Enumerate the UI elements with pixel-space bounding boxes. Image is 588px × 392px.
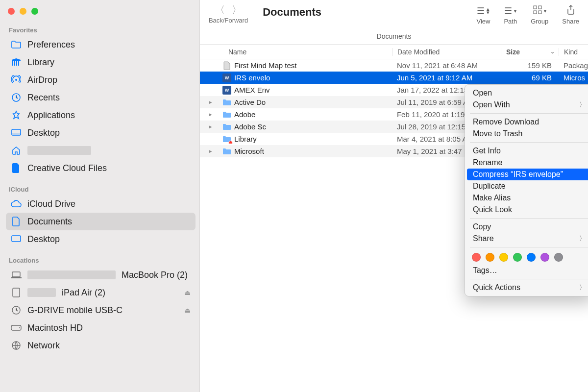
tag-color[interactable] <box>486 253 494 262</box>
sidebar-item-creative-cloud[interactable]: Creative Cloud Files <box>6 159 196 177</box>
svg-rect-6 <box>11 277 22 278</box>
sidebar-item-label: MacBook Pro (2) <box>122 270 188 280</box>
disk-icon <box>11 322 22 333</box>
laptop-icon <box>11 270 22 280</box>
column-kind[interactable]: Kind <box>559 48 588 56</box>
menu-separator <box>470 279 588 279</box>
file-row[interactable]: First Mind Map testNov 11, 2021 at 6:48 … <box>200 59 588 72</box>
menu-compress[interactable]: Compress “IRS envelope” <box>467 169 588 180</box>
menu-share[interactable]: Share〉 <box>465 233 588 245</box>
eject-icon[interactable]: ⏏ <box>184 289 191 296</box>
sidebar-item-gdrive[interactable]: G-DRIVE mobile USB-C ⏏ <box>6 301 196 319</box>
menu-open-with[interactable]: Open With〉 <box>465 99 588 111</box>
menu-move-to-trash[interactable]: Move to Trash <box>465 128 588 140</box>
sidebar-item-recents[interactable]: Recents <box>6 89 196 106</box>
sidebar-item-label: Network <box>27 341 60 351</box>
svg-rect-7 <box>13 288 20 297</box>
sidebar-item-label: Documents <box>27 217 72 227</box>
svg-rect-14 <box>534 11 537 14</box>
menu-duplicate[interactable]: Duplicate <box>465 180 588 192</box>
toolbar-label: View <box>476 18 490 25</box>
home-icon <box>11 145 22 156</box>
tag-color[interactable] <box>499 253 508 262</box>
toolbar-path-button[interactable]: ☰▾ Path <box>504 5 517 25</box>
document-icon <box>11 216 22 227</box>
disclosure-triangle-icon[interactable]: ▸ <box>208 148 214 154</box>
minimize-window-button[interactable] <box>20 8 26 15</box>
sidebar-item-airdrop[interactable]: AirDrop <box>6 71 196 89</box>
window-title: Documents <box>263 6 321 19</box>
menu-copy[interactable]: Copy <box>465 221 588 233</box>
sidebar-item-desktop-icloud[interactable]: Desktop <box>6 230 196 248</box>
redacted-text <box>27 146 91 155</box>
disclosure-triangle-icon[interactable]: ▸ <box>208 99 214 105</box>
tag-color[interactable] <box>554 253 563 262</box>
menu-tags[interactable]: Tags… <box>465 265 588 276</box>
sidebar-item-ipad[interactable]: iPad Air (2) ⏏ <box>6 284 196 301</box>
sidebar-item-preferences[interactable]: Preferences <box>6 36 196 53</box>
disclosure-triangle-icon[interactable]: ▸ <box>208 111 214 118</box>
sidebar-item-label: Library <box>27 57 54 68</box>
menu-quick-actions[interactable]: Quick Actions〉 <box>465 282 588 294</box>
sidebar-item-home[interactable] <box>6 142 196 159</box>
toolbar-view-button[interactable]: ☰▴▾ View <box>476 5 490 25</box>
sidebar-item-library[interactable]: Library <box>6 53 196 71</box>
applications-icon <box>11 110 22 121</box>
forward-icon[interactable]: 〉 <box>232 5 242 15</box>
word-doc-icon: W <box>222 74 231 82</box>
svg-rect-15 <box>539 11 541 14</box>
desktop-icon <box>11 234 22 245</box>
sidebar-item-macbook[interactable]: MacBook Pro (2) <box>6 266 196 284</box>
close-window-button[interactable] <box>8 8 15 15</box>
sidebar-item-label: iCloud Drive <box>27 199 75 209</box>
cloud-icon <box>11 198 22 209</box>
toolbar-group-button[interactable]: ▾ Group <box>531 5 548 25</box>
column-date-modified[interactable]: Date Modified <box>392 48 501 56</box>
sidebar-item-label: iPad Air (2) <box>62 288 105 298</box>
menu-tag-colors <box>465 250 588 265</box>
folder-icon <box>222 98 231 107</box>
sidebar-item-label: Macintosh HD <box>27 323 83 333</box>
sidebar-item-icloud-drive[interactable]: iCloud Drive <box>6 195 196 213</box>
folder-icon <box>222 135 231 144</box>
menu-remove-download[interactable]: Remove Download <box>465 116 588 128</box>
chevron-right-icon: 〉 <box>579 234 586 243</box>
menu-open[interactable]: Open <box>465 87 588 99</box>
toolbar-share-button[interactable]: Share <box>562 5 579 25</box>
disclosure-triangle-icon[interactable]: ▸ <box>208 123 214 130</box>
eject-icon[interactable]: ⏏ <box>184 306 191 314</box>
zoom-window-button[interactable] <box>31 8 38 15</box>
sidebar-item-label: Recents <box>27 93 60 103</box>
folder-icon <box>11 39 22 50</box>
sidebar-item-label: Creative Cloud Files <box>27 163 107 173</box>
back-icon[interactable]: 〈 <box>215 5 225 15</box>
menu-rename[interactable]: Rename <box>465 157 588 169</box>
column-name[interactable]: Name <box>200 48 392 56</box>
sidebar-item-documents[interactable]: Documents <box>6 213 196 230</box>
main-content: 〈 〉 Back/Forward Documents ☰▴▾ View ☰▾ P… <box>200 0 588 392</box>
menu-make-alias[interactable]: Make Alias <box>465 192 588 204</box>
menu-quick-look[interactable]: Quick Look <box>465 204 588 216</box>
sidebar-item-applications[interactable]: Applications <box>6 106 196 124</box>
menu-get-info[interactable]: Get Info <box>465 145 588 157</box>
svg-rect-4 <box>12 236 21 242</box>
sidebar-item-desktop[interactable]: Desktop <box>6 124 196 142</box>
timemachine-icon <box>11 305 22 316</box>
tag-color[interactable] <box>540 253 549 262</box>
column-size[interactable]: Size⌄ <box>501 48 559 56</box>
path-bar[interactable]: Documents <box>200 30 588 44</box>
toolbar-label: Group <box>531 18 548 25</box>
file-name: Microsoft <box>234 147 264 155</box>
file-kind: Micros <box>559 74 588 82</box>
file-name: First Mind Map test <box>234 61 297 70</box>
sidebar-item-network[interactable]: Network <box>6 337 196 354</box>
nav-back-forward[interactable]: 〈 〉 Back/Forward <box>209 5 248 24</box>
file-size: 159 KB <box>501 61 559 70</box>
redacted-text <box>27 288 56 297</box>
file-row[interactable]: WIRS enveloJun 5, 2021 at 9:12 AM69 KBMi… <box>200 72 588 84</box>
tag-color[interactable] <box>527 253 536 262</box>
sidebar-item-macintosh-hd[interactable]: Macintosh HD <box>6 319 196 337</box>
clock-icon <box>11 92 22 103</box>
tag-color[interactable] <box>472 253 481 262</box>
tag-color[interactable] <box>513 253 522 262</box>
